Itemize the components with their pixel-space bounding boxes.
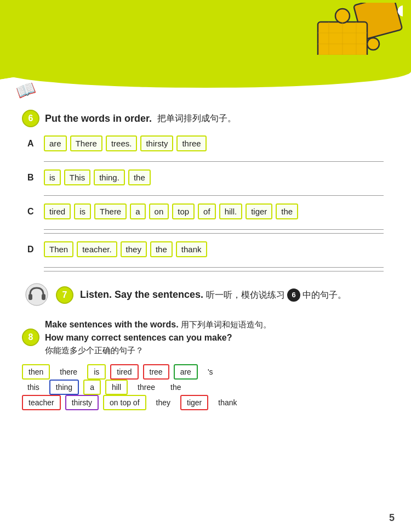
word-box: thank bbox=[176, 241, 207, 257]
grid-word-the: the bbox=[165, 381, 186, 394]
section-7-number: 7 bbox=[56, 286, 73, 304]
grid-word-tree: tree bbox=[143, 364, 169, 380]
section-6-number: 6 bbox=[22, 110, 39, 127]
section-7-ref: 6 bbox=[287, 288, 300, 302]
svg-point-4 bbox=[335, 9, 350, 23]
grid-word-there: there bbox=[54, 365, 83, 378]
words-d: Then teacher. they the thank bbox=[44, 241, 207, 257]
answer-line-b bbox=[44, 195, 384, 196]
main-content: 6 Put the words in order. 把单词排列成句子。 A ar… bbox=[0, 99, 411, 432]
answer-line-a bbox=[44, 161, 384, 162]
word-box: on bbox=[149, 203, 169, 219]
word-box: the bbox=[150, 241, 173, 257]
section-6: 6 Put the words in order. 把单词排列成句子。 A ar… bbox=[22, 110, 384, 271]
word-box: Then bbox=[44, 241, 73, 257]
top-banner bbox=[0, 0, 411, 71]
word-row-a: A are There trees. thirsty three bbox=[22, 135, 384, 151]
svg-point-6 bbox=[367, 38, 379, 50]
words-c: tired is There a on top of hill. tiger t… bbox=[44, 203, 298, 219]
word-grid-row-2: this thing a hill three the bbox=[22, 380, 384, 395]
word-box: the bbox=[128, 169, 151, 185]
section-7-content: Listen. Say the sentences. 听一听，模仿说练习 6 中… bbox=[80, 288, 346, 302]
answer-line-c2 bbox=[44, 233, 384, 234]
answer-line-d bbox=[44, 267, 384, 268]
word-box: There bbox=[94, 203, 127, 219]
section-6-title: Put the words in order. bbox=[45, 113, 152, 124]
word-box: top bbox=[172, 203, 195, 219]
row-label-a: A bbox=[27, 139, 44, 149]
word-box: There bbox=[70, 135, 102, 151]
grid-word-this: this bbox=[22, 381, 45, 394]
puzzle-decoration bbox=[310, 3, 403, 74]
word-box: of bbox=[198, 203, 216, 219]
grid-word-tiger: tiger bbox=[180, 395, 208, 410]
word-box: This bbox=[64, 169, 90, 185]
svg-rect-14 bbox=[28, 294, 32, 300]
svg-rect-15 bbox=[42, 294, 45, 300]
section-6-header: 6 Put the words in order. 把单词排列成句子。 bbox=[22, 110, 384, 127]
grid-word-three: three bbox=[132, 381, 161, 394]
page: 📖 6 Put the words in order. 把单词排列成句子。 A … bbox=[0, 0, 411, 532]
grid-word-are: are bbox=[174, 364, 198, 380]
answer-line-d2 bbox=[44, 271, 384, 271]
word-grid-row-1: then there is tired tree are 's bbox=[22, 364, 384, 380]
word-box: are bbox=[44, 135, 67, 151]
word-box: is bbox=[44, 169, 61, 185]
grid-word-on-top-of: on top of bbox=[103, 395, 146, 410]
section-8-header: 8 Make sentences with the words. 用下列单词和短… bbox=[22, 318, 384, 356]
row-label-c: C bbox=[27, 207, 44, 217]
section-7-title-cn2: 中的句子。 bbox=[302, 290, 346, 299]
section-8-number: 8 bbox=[22, 329, 39, 346]
grid-word-teacher: teacher bbox=[22, 395, 61, 410]
page-number: 5 bbox=[389, 512, 395, 524]
section-8-subtitle-cn: 你能造多少个正确的句子？ bbox=[45, 346, 271, 356]
grid-word-thank: thank bbox=[213, 396, 242, 409]
section-7: 7 Listen. Say the sentences. 听一听，模仿说练习 6… bbox=[22, 282, 384, 307]
section-7-title-cn: 听一听，模仿说练习 bbox=[206, 290, 285, 299]
word-box: three bbox=[176, 135, 206, 151]
grid-word-thing: thing bbox=[49, 380, 79, 395]
word-box: a bbox=[130, 203, 145, 219]
row-label-d: D bbox=[27, 245, 44, 254]
word-box: trees. bbox=[106, 135, 138, 151]
section-8-title: Make sentences with the words. 用下列单词和短语造… bbox=[45, 318, 271, 331]
word-box: tired bbox=[44, 203, 71, 219]
section-8: 8 Make sentences with the words. 用下列单词和短… bbox=[22, 318, 384, 410]
word-row-c: C tired is There a on top of hill. tiger… bbox=[22, 203, 384, 219]
grid-word-a: a bbox=[83, 380, 101, 395]
grid-word-thirsty: thirsty bbox=[65, 395, 99, 410]
word-box: thing. bbox=[94, 169, 125, 185]
word-grid-row-3: teacher thirsty on top of they tiger tha… bbox=[22, 395, 384, 410]
grid-word-is: is bbox=[87, 364, 106, 380]
grid-word-tired: tired bbox=[110, 364, 138, 380]
section-8-text-block: Make sentences with the words. 用下列单词和短语造… bbox=[45, 318, 271, 356]
svg-point-5 bbox=[336, 65, 349, 74]
grid-word-they: they bbox=[151, 396, 176, 409]
grid-word-then: then bbox=[22, 364, 50, 380]
row-label-b: B bbox=[27, 173, 44, 183]
word-box: they bbox=[121, 241, 147, 257]
section-8-subtitle: How many correct sentences can you make? bbox=[45, 331, 271, 344]
words-b: is This thing. the bbox=[44, 169, 151, 185]
words-a: are There trees. thirsty three bbox=[44, 135, 207, 151]
word-box: the bbox=[276, 203, 298, 219]
word-row-b: B is This thing. the bbox=[22, 169, 384, 185]
word-row-d: D Then teacher. they the thank bbox=[22, 241, 384, 257]
word-box: teacher. bbox=[77, 241, 117, 257]
word-box: tiger bbox=[246, 203, 272, 219]
grid-word-s: 's bbox=[202, 365, 219, 378]
word-box: is bbox=[74, 203, 91, 219]
section-7-title: Listen. Say the sentences. bbox=[80, 288, 203, 299]
headphone-icon bbox=[25, 282, 49, 307]
grid-word-hill: hill bbox=[105, 380, 128, 395]
word-box: hill. bbox=[219, 203, 243, 219]
section-6-title-cn: 把单词排列成句子。 bbox=[157, 113, 236, 124]
word-box: thirsty bbox=[140, 135, 173, 151]
answer-line-c1 bbox=[44, 229, 384, 230]
